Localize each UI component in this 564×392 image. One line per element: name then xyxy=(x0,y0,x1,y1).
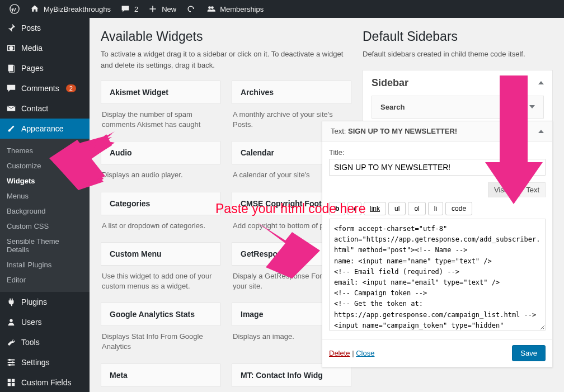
tab-visual[interactable]: Visual xyxy=(488,182,520,197)
plugin-icon xyxy=(6,296,17,308)
submenu-custom-css[interactable]: Custom CSS xyxy=(0,219,90,234)
submenu-menus[interactable]: Menus xyxy=(0,188,90,204)
pin-icon xyxy=(6,22,17,34)
text-widget-editor: Text: SIGN UP TO MY NEWSLETTER! Title: V… xyxy=(322,121,553,367)
site-name-link[interactable]: MyBizBreakthroughs xyxy=(25,0,115,18)
submenu-install[interactable]: Install Plugins xyxy=(0,257,90,272)
widget-slot-search[interactable]: Search xyxy=(372,96,544,119)
toolbar-bold[interactable]: b xyxy=(329,202,345,215)
menu-plugins-label: Plugins xyxy=(21,297,47,306)
menu-appearance[interactable]: Appearance xyxy=(0,119,90,139)
widget-title: Google Analytics Stats xyxy=(101,303,220,326)
svg-point-8 xyxy=(10,319,12,322)
grid-icon xyxy=(6,377,17,388)
brush-icon xyxy=(6,123,17,134)
widget-grid: Akismet WidgetDisplay the number of spam… xyxy=(101,81,351,392)
menu-settings[interactable]: Settings xyxy=(0,352,90,372)
svg-point-3 xyxy=(9,46,13,50)
editor-head-value: SIGN UP TO MY NEWSLETTER! xyxy=(348,127,457,135)
submenu-background[interactable]: Background xyxy=(0,204,90,219)
cache-link[interactable] xyxy=(181,0,201,18)
menu-custom-fields[interactable]: Custom Fields xyxy=(0,372,90,392)
memberships-link[interactable]: Memberships xyxy=(201,0,268,18)
widget-desc xyxy=(101,387,220,393)
toolbar-link[interactable]: link xyxy=(364,202,386,215)
new-link[interactable]: New xyxy=(143,0,181,18)
menu-posts-label: Posts xyxy=(21,23,41,32)
widget-desc: Displays Stat Info From Google Analytics xyxy=(101,326,220,357)
mail-icon xyxy=(6,103,17,114)
chevron-up-icon xyxy=(538,130,544,133)
sliders-icon xyxy=(6,357,17,368)
close-link[interactable]: Close xyxy=(356,349,374,357)
tab-text[interactable]: Text xyxy=(520,182,546,197)
menu-media-label: Media xyxy=(21,44,43,53)
widget-title: Categories xyxy=(101,192,220,215)
submenu-themes[interactable]: Themes xyxy=(0,143,90,158)
svg-point-1 xyxy=(208,6,211,9)
editor-toolbar: b i link ul ol li code xyxy=(329,202,546,215)
admin-bar: MyBizBreakthroughs 2 New Memberships xyxy=(0,0,564,18)
toolbar-li[interactable]: li xyxy=(428,202,443,215)
toolbar-ul[interactable]: ul xyxy=(388,202,406,215)
chevron-down-icon xyxy=(529,105,535,108)
menu-pages[interactable]: Pages xyxy=(0,58,90,78)
menu-posts[interactable]: Posts xyxy=(0,18,90,38)
svg-point-2 xyxy=(211,6,214,9)
sidebar-panel-head[interactable]: Sidebar xyxy=(363,70,552,96)
appearance-submenu: Themes Customize Widgets Menus Backgroun… xyxy=(0,139,90,292)
save-button[interactable]: Save xyxy=(512,345,546,361)
svg-rect-14 xyxy=(8,383,11,386)
widget-title: Meta xyxy=(101,363,220,387)
chevron-up-icon xyxy=(538,81,544,84)
toolbar-ol[interactable]: ol xyxy=(408,202,425,215)
comments-link[interactable]: 2 xyxy=(115,0,143,18)
menu-contact-label: Contact xyxy=(21,104,48,113)
delete-link[interactable]: Delete xyxy=(329,349,350,357)
widget-title: Archives xyxy=(232,81,351,104)
menu-comments[interactable]: Comments2 xyxy=(0,78,90,98)
widget-card[interactable]: AudioDisplays an audio player. xyxy=(101,141,220,186)
svg-rect-13 xyxy=(12,379,15,382)
wordpress-icon xyxy=(9,3,20,15)
widget-desc: Use this widget to add one of your custo… xyxy=(101,266,220,297)
default-sidebars-desc: Default sidebars created in child theme … xyxy=(363,49,553,60)
widget-card[interactable]: Custom MenuUse this widget to add one of… xyxy=(101,242,220,297)
available-widgets-heading: Available Widgets xyxy=(101,29,351,44)
comment-icon xyxy=(120,3,131,15)
submenu-customize[interactable]: Customize xyxy=(0,158,90,173)
media-icon xyxy=(6,42,17,54)
widget-card[interactable]: Google Analytics StatsDisplays Stat Info… xyxy=(101,303,220,357)
html-textarea[interactable] xyxy=(329,219,546,330)
comments-badge: 2 xyxy=(66,84,76,92)
widget-title: Custom Menu xyxy=(101,242,220,266)
menu-tools[interactable]: Tools xyxy=(0,332,90,352)
menu-appearance-label: Appearance xyxy=(21,124,64,133)
menu-plugins[interactable]: Plugins xyxy=(0,292,90,312)
svg-point-9 xyxy=(9,359,11,361)
widget-card[interactable]: CategoriesA list or dropdown of categori… xyxy=(101,192,220,237)
menu-users[interactable]: Users xyxy=(0,312,90,332)
title-label: Title: xyxy=(329,148,546,157)
widget-desc: A list or dropdown of categories. xyxy=(101,215,220,237)
comment-icon xyxy=(6,83,17,94)
pages-icon xyxy=(6,63,17,74)
submenu-editor[interactable]: Editor xyxy=(0,272,90,287)
widget-card[interactable]: Akismet WidgetDisplay the number of spam… xyxy=(101,81,220,135)
gauge-icon xyxy=(185,3,196,15)
toolbar-code[interactable]: code xyxy=(445,202,472,215)
menu-contact[interactable]: Contact xyxy=(0,98,90,119)
sidebar-panel-title: Sidebar xyxy=(372,77,408,89)
widget-card[interactable]: MT: Contact Info Widg xyxy=(232,363,351,393)
editor-header[interactable]: Text: SIGN UP TO MY NEWSLETTER! xyxy=(322,121,552,141)
widget-card[interactable]: Meta xyxy=(101,363,220,393)
comments-count: 2 xyxy=(134,5,138,13)
menu-media[interactable]: Media xyxy=(0,38,90,58)
submenu-widgets[interactable]: Widgets xyxy=(0,173,90,188)
editor-head-prefix: Text xyxy=(331,127,344,135)
toolbar-italic[interactable]: i xyxy=(347,202,361,215)
title-input[interactable] xyxy=(329,159,546,176)
home-icon xyxy=(29,3,40,15)
submenu-sensible[interactable]: Sensible Theme Details xyxy=(0,234,90,257)
wp-logo[interactable] xyxy=(4,0,25,18)
